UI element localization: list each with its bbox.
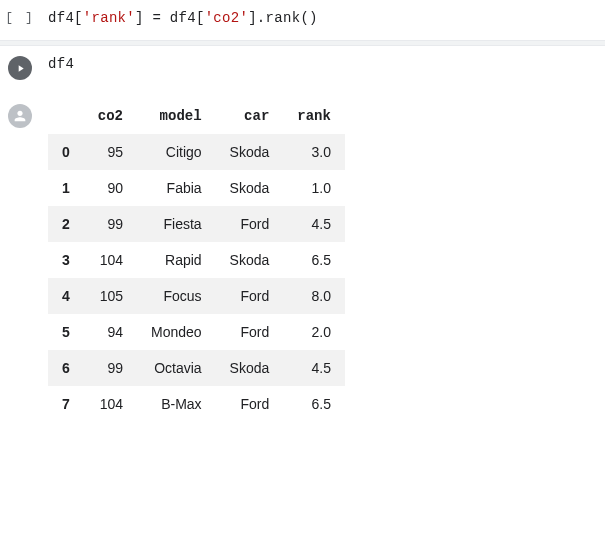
table-cell: Focus <box>137 278 216 314</box>
table-cell: 95 <box>84 134 137 170</box>
table-row: 594MondeoFord2.0 <box>48 314 345 350</box>
cell-gutter <box>0 54 40 80</box>
row-index: 3 <box>48 242 84 278</box>
user-avatar <box>8 104 32 128</box>
code-input[interactable]: df4['rank'] = df4['co2'].rank() <box>40 8 605 28</box>
table-row: 4105FocusFord8.0 <box>48 278 345 314</box>
table-cell: 4.5 <box>283 350 345 386</box>
execution-count: [ ] <box>5 10 34 25</box>
table-cell: Rapid <box>137 242 216 278</box>
row-index: 6 <box>48 350 84 386</box>
play-icon <box>15 63 26 74</box>
column-header: car <box>216 98 284 134</box>
table-cell: B-Max <box>137 386 216 422</box>
code-input[interactable]: df4 <box>40 54 605 74</box>
code-line: df4 <box>48 56 74 72</box>
table-row: 3104RapidSkoda6.5 <box>48 242 345 278</box>
column-header: co2 <box>84 98 137 134</box>
table-cell: Fiesta <box>137 206 216 242</box>
table-header-row: co2 model car rank <box>48 98 345 134</box>
index-header <box>48 98 84 134</box>
table-cell: 1.0 <box>283 170 345 206</box>
column-header: model <box>137 98 216 134</box>
table-cell: Ford <box>216 278 284 314</box>
table-cell: 104 <box>84 242 137 278</box>
run-button[interactable] <box>8 56 32 80</box>
table-cell: Octavia <box>137 350 216 386</box>
table-row: 190FabiaSkoda1.0 <box>48 170 345 206</box>
table-cell: 104 <box>84 386 137 422</box>
table-cell: Ford <box>216 386 284 422</box>
table-cell: Ford <box>216 206 284 242</box>
table-cell: 6.5 <box>283 386 345 422</box>
row-index: 7 <box>48 386 84 422</box>
table-cell: 94 <box>84 314 137 350</box>
table-cell: 6.5 <box>283 242 345 278</box>
table-cell: 4.5 <box>283 206 345 242</box>
output-cell: co2 model car rank 095CitigoSkoda3.0190F… <box>0 88 605 422</box>
output-gutter <box>0 98 40 422</box>
table-cell: Fabia <box>137 170 216 206</box>
table-cell: 8.0 <box>283 278 345 314</box>
row-index: 2 <box>48 206 84 242</box>
row-index: 4 <box>48 278 84 314</box>
table-cell: Skoda <box>216 242 284 278</box>
row-index: 1 <box>48 170 84 206</box>
table-cell: 105 <box>84 278 137 314</box>
table-row: 7104B-MaxFord6.5 <box>48 386 345 422</box>
dataframe-table: co2 model car rank 095CitigoSkoda3.0190F… <box>48 98 345 422</box>
table-row: 699OctaviaSkoda4.5 <box>48 350 345 386</box>
cell-gutter: [ ] <box>0 8 40 25</box>
table-cell: Citigo <box>137 134 216 170</box>
table-cell: Mondeo <box>137 314 216 350</box>
table-cell: 3.0 <box>283 134 345 170</box>
table-cell: Skoda <box>216 350 284 386</box>
output-content: co2 model car rank 095CitigoSkoda3.0190F… <box>40 98 605 422</box>
code-cell-2[interactable]: df4 <box>0 46 605 88</box>
row-index: 0 <box>48 134 84 170</box>
row-index: 5 <box>48 314 84 350</box>
table-cell: 99 <box>84 350 137 386</box>
table-cell: Skoda <box>216 134 284 170</box>
code-line: df4['rank'] = df4['co2'].rank() <box>48 10 318 26</box>
table-cell: 2.0 <box>283 314 345 350</box>
code-cell-1[interactable]: [ ] df4['rank'] = df4['co2'].rank() <box>0 0 605 36</box>
column-header: rank <box>283 98 345 134</box>
table-cell: Skoda <box>216 170 284 206</box>
table-cell: 90 <box>84 170 137 206</box>
table-cell: 99 <box>84 206 137 242</box>
table-row: 299FiestaFord4.5 <box>48 206 345 242</box>
person-icon <box>12 108 28 124</box>
table-cell: Ford <box>216 314 284 350</box>
table-row: 095CitigoSkoda3.0 <box>48 134 345 170</box>
